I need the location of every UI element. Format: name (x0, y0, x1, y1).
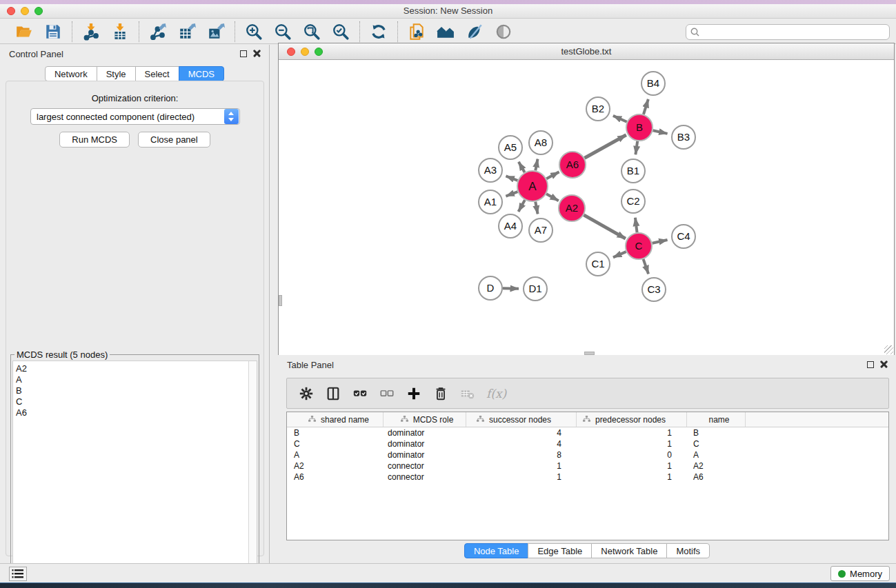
tab-network[interactable]: Network (45, 66, 97, 81)
import-network-button[interactable] (81, 21, 101, 42)
table-cell: 4 (466, 438, 577, 449)
criterion-dropdown[interactable]: largest connected component (directed) (30, 108, 240, 125)
zoom-out-button[interactable] (272, 21, 293, 42)
float-table-panel-icon[interactable] (867, 361, 874, 368)
table-settings-button[interactable] (298, 385, 315, 402)
tab-style[interactable]: Style (97, 66, 136, 81)
zoom-selected-icon (332, 23, 350, 41)
table-header-row: shared nameMCDS rolesuccessor nodesprede… (287, 412, 888, 427)
node-label-C2: C2 (626, 195, 639, 207)
tab-select[interactable]: Select (135, 66, 179, 81)
vertical-scrollbar-thumb[interactable] (279, 295, 282, 306)
edge-B-B1 (635, 141, 637, 154)
column-header-MCDS-role[interactable]: MCDS role (384, 412, 466, 427)
node-label-B: B (636, 121, 643, 133)
zoom-fit-button[interactable] (301, 21, 322, 42)
close-panel-icon[interactable] (253, 50, 261, 57)
table-row[interactable]: Bdominator41B (287, 427, 888, 438)
node-label-D: D (487, 282, 495, 294)
network-close-button[interactable] (287, 48, 295, 56)
tab-motifs[interactable]: Motifs (666, 543, 710, 558)
task-history-button[interactable] (9, 567, 27, 581)
tab-edge-table[interactable]: Edge Table (528, 543, 592, 558)
table-row[interactable]: Adominator80A (287, 449, 888, 460)
table-cell: A6 (287, 472, 384, 483)
result-item[interactable]: C (16, 396, 248, 407)
result-list-scrollbar[interactable] (248, 361, 257, 588)
show-columns-button[interactable] (325, 385, 341, 402)
edge-A-A7 (535, 202, 537, 214)
delete-table-button[interactable] (459, 385, 476, 402)
tab-network-table[interactable]: Network Table (591, 543, 667, 558)
table-cell: 1 (577, 472, 687, 483)
desktop-wallpaper-bottom (0, 582, 896, 588)
visibility-toggle-button[interactable] (493, 21, 514, 42)
save-session-button[interactable] (43, 21, 63, 42)
table-cell: 1 (577, 460, 687, 472)
column-header-predecessor-nodes[interactable]: predecessor nodes (577, 412, 687, 427)
edge-C-C4 (653, 240, 668, 243)
session-title: Session: New Session (0, 4, 896, 18)
export-network-button[interactable] (148, 21, 168, 42)
node-label-C1: C1 (591, 258, 604, 270)
horizontal-scrollbar-thumb[interactable] (584, 352, 595, 355)
network-graph: B4B2BB3A5A8A6A3AB1A1C2A2A4A7C4CC1DD1C3 (279, 61, 894, 355)
search-input[interactable] (701, 28, 889, 37)
window-controls[interactable] (7, 7, 43, 15)
refresh-layout-button[interactable] (368, 21, 389, 42)
deselect-all-rows-button[interactable] (379, 385, 395, 402)
open-session-button[interactable] (14, 21, 34, 42)
memory-button[interactable]: Memory (830, 566, 890, 581)
mcds-result-list[interactable]: A2ABCA6 (12, 361, 248, 588)
float-panel-icon[interactable] (240, 50, 247, 57)
export-image-button[interactable] (206, 21, 226, 42)
network-zoom-button[interactable] (315, 48, 323, 56)
node-label-B3: B3 (677, 131, 690, 143)
export-table-button[interactable] (177, 21, 197, 42)
node-label-A1: A1 (484, 196, 497, 207)
resize-grip[interactable] (884, 345, 893, 354)
table-row[interactable]: A6connector11A6 (287, 472, 888, 483)
delete-column-button[interactable] (432, 385, 449, 402)
result-item[interactable]: A6 (16, 407, 248, 418)
table-row[interactable]: A2connector11A2 (287, 460, 888, 472)
column-header-successor-nodes[interactable]: successor nodes (466, 412, 577, 427)
node-label-C4: C4 (677, 230, 690, 242)
network-window-titlebar[interactable]: testGlobe.txt (279, 43, 894, 60)
table-cell: 8 (466, 449, 577, 460)
close-window-button[interactable] (7, 7, 15, 15)
result-item[interactable]: B (16, 385, 248, 396)
column-header-shared-name[interactable]: shared name (287, 412, 384, 427)
run-mcds-button[interactable]: Run MCDS (59, 132, 130, 148)
close-table-panel-icon[interactable] (880, 361, 888, 368)
add-column-button[interactable] (406, 385, 422, 402)
table-row[interactable]: Cdominator41C (287, 438, 888, 449)
edge-A-A5 (519, 162, 525, 172)
close-panel-button[interactable]: Close panel (138, 132, 210, 148)
minimize-window-button[interactable] (21, 7, 29, 15)
zoom-in-button[interactable] (243, 21, 264, 42)
zoom-selected-button[interactable] (330, 21, 351, 42)
node-label-A4: A4 (504, 220, 517, 232)
function-builder-button[interactable]: f(x) (486, 387, 506, 401)
style-toggle-button[interactable] (464, 21, 485, 42)
tab-mcds[interactable]: MCDS (179, 66, 224, 81)
import-table-button[interactable] (110, 21, 130, 42)
home-view-button[interactable] (435, 21, 456, 42)
clone-network-button[interactable] (406, 21, 427, 42)
table-cell: 1 (577, 438, 687, 449)
toolbar-search-field[interactable] (686, 24, 890, 40)
result-item[interactable]: A2 (16, 363, 248, 374)
node-table[interactable]: shared nameMCDS rolesuccessor nodesprede… (286, 412, 889, 540)
select-all-rows-button[interactable] (352, 385, 368, 402)
tab-node-table[interactable]: Node Table (464, 543, 529, 558)
result-item[interactable]: A (16, 374, 248, 385)
network-canvas[interactable]: B4B2BB3A5A8A6A3AB1A1C2A2A4A7C4CC1DD1C3 (279, 61, 894, 355)
column-header-name[interactable]: name (687, 412, 746, 427)
network-minimize-button[interactable] (301, 48, 309, 56)
zoom-window-button[interactable] (34, 7, 43, 15)
list-icon (12, 569, 24, 579)
node-label-A2: A2 (566, 202, 578, 214)
table-cell: 1 (466, 472, 577, 483)
edge-A-A4 (519, 200, 525, 212)
